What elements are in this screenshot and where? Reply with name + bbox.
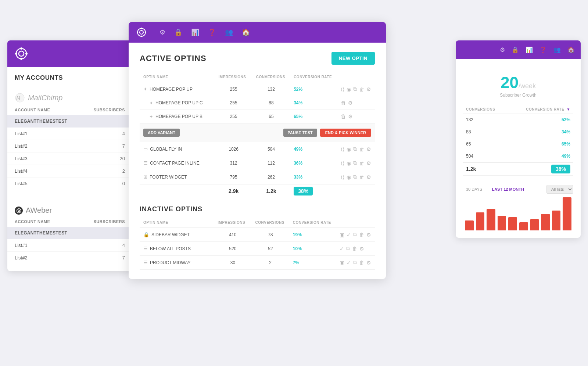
lock-icon[interactable]: 🔒 [174, 28, 182, 36]
optin-name-cell: ☰ BELOW ALL POSTS [140, 242, 214, 256]
home-icon[interactable]: 🏠 [242, 28, 250, 36]
flyin-icon: ▭ [143, 146, 148, 152]
aweber-section: ◎ AWeber ACCOUNT NAME SUBSCRIBERS ELEGAN… [7, 197, 132, 271]
share-icon[interactable]: ⟨⟩ [341, 174, 344, 180]
mailchimp-section: M MailChimp ACCOUNT NAME SUBSCRIBERS ELE… [7, 85, 132, 197]
settings-row-icon[interactable]: ⚙ [366, 146, 371, 152]
active-optins-table: OPTIN NAME IMPRESSIONS CONVERSIONS CONVE… [140, 72, 375, 198]
pause-test-button[interactable]: PAUSE TEST [283, 129, 317, 137]
impressions-cell: 1026 [215, 142, 252, 156]
list-count: 4 [122, 131, 125, 136]
delete-icon[interactable]: 🗑 [359, 174, 364, 180]
view-icon[interactable]: ◉ [347, 86, 351, 92]
right-settings-icon[interactable]: ⚙ [500, 46, 505, 53]
chart-bar [508, 217, 517, 230]
table-row: ☰ BELOW ALL POSTS 520 52 10% ✓ ⧉ 🗑 ⚙ [140, 242, 375, 256]
activate-icon[interactable]: ▣ [340, 260, 344, 266]
settings-row-icon[interactable]: ⚙ [348, 114, 353, 119]
chart-icon[interactable]: 📊 [191, 28, 199, 36]
settings-row-icon[interactable]: ⚙ [366, 86, 371, 92]
period-30-days[interactable]: 30 DAYS [463, 186, 485, 193]
settings-row-icon[interactable]: ⚙ [366, 160, 371, 166]
svg-point-0 [16, 49, 26, 59]
right-chart-icon[interactable]: 📊 [526, 46, 533, 53]
delete-icon[interactable]: 🗑 [352, 246, 357, 252]
check-icon[interactable]: ✓ [347, 232, 351, 238]
add-variant-button[interactable]: ADD VARIANT [143, 129, 180, 137]
col-header-impressions: IMPRESSIONS [215, 72, 252, 82]
right-help-icon[interactable]: ❓ [539, 46, 547, 53]
delete-icon[interactable]: 🗑 [359, 160, 364, 166]
list-name: List#1 [15, 131, 28, 136]
view-icon[interactable]: ◉ [347, 174, 351, 180]
right-totals-row: 1.2k 38% [463, 162, 573, 176]
settings-row-icon[interactable]: ⚙ [359, 246, 364, 252]
svg-point-13 [145, 32, 146, 33]
settings-row-icon[interactable]: ⚙ [366, 232, 371, 238]
split-actions-cell: ADD VARIANT PAUSE TEST END & PICK WINNER [140, 123, 375, 142]
settings-row-icon[interactable]: ⚙ [348, 100, 353, 106]
table-row: ☰ PRODUCT MIDWAY 30 2 7% ▣ ✓ ⧉ 🗑 ⚙ [140, 256, 375, 270]
list-filter-select[interactable]: All lists [546, 185, 573, 194]
conversions-cell: 2 [251, 256, 289, 270]
rate-cell: 34% [290, 96, 337, 110]
total-conversions: 1.2k [252, 184, 290, 198]
delete-icon[interactable]: 🗑 [359, 146, 364, 152]
rate-cell: 19% [289, 228, 336, 242]
svg-point-3 [20, 58, 22, 60]
inactive-optins-table: OPTIN NAME IMPRESSIONS CONVERSIONS CONVE… [140, 218, 375, 270]
delete-icon[interactable]: 🗑 [359, 86, 364, 92]
chart-bar [541, 214, 550, 230]
settings-row-icon[interactable]: ⚙ [366, 174, 371, 180]
settings-row-icon[interactable]: ⚙ [366, 260, 371, 266]
view-icon[interactable]: ◉ [347, 146, 351, 152]
chart-container [463, 194, 573, 230]
left-panel: MY ACCOUNTS M MailChimp ACCOUNT NAME SUB… [7, 40, 132, 271]
delete-icon[interactable]: 🗑 [359, 260, 364, 266]
right-lock-icon[interactable]: 🔒 [512, 46, 519, 53]
totals-label [140, 184, 215, 198]
chart-bar [530, 219, 539, 231]
check-icon[interactable]: ✓ [347, 260, 351, 266]
right-users-icon[interactable]: 👥 [553, 46, 561, 53]
list-item: List#5 0 [7, 177, 132, 190]
active-optins-title: ACTIVE OPTINS [140, 54, 207, 63]
new-optin-button[interactable]: NEW OPTIN [331, 52, 375, 65]
list-name: List#5 [15, 181, 28, 186]
active-optins-header: ACTIVE OPTINS NEW OPTIN [140, 52, 375, 65]
copy-icon[interactable]: ⧉ [353, 259, 357, 266]
period-12-months[interactable]: LAST 12 MONTH [489, 186, 527, 193]
activate-icon[interactable]: ▣ [340, 232, 344, 238]
share-icon[interactable]: ⟨⟩ [341, 146, 344, 152]
conversions-cell: 112 [252, 156, 290, 170]
share-icon[interactable]: ⟨⟩ [341, 160, 344, 166]
middle-content: ACTIVE OPTINS NEW OPTIN OPTIN NAME IMPRE… [129, 43, 386, 279]
delete-icon[interactable]: 🗑 [341, 100, 346, 106]
chart-bar [563, 197, 571, 230]
copy-icon[interactable]: ⧉ [346, 245, 350, 252]
copy-icon[interactable]: ⧉ [353, 174, 357, 180]
help-icon[interactable]: ❓ [208, 28, 216, 36]
left-panel-title: MY ACCOUNTS [7, 67, 132, 85]
delete-icon[interactable]: 🗑 [359, 232, 364, 238]
totals-row: 2.9k 1.2k 38% [140, 184, 375, 198]
table-row: ✦ HOMEPAGE POP UP 255 132 52% ⟨⟩ ◉ ⧉ 🗑 [140, 82, 375, 96]
share-icon[interactable]: ⟨⟩ [341, 86, 344, 92]
table-row: 132 52% [463, 114, 573, 126]
chart-bar [476, 212, 485, 231]
copy-icon[interactable]: ⧉ [353, 232, 357, 238]
impressions-cell: 30 [214, 256, 251, 270]
svg-point-4 [15, 53, 17, 55]
check-icon[interactable]: ✓ [340, 246, 344, 252]
view-icon[interactable]: ◉ [347, 160, 351, 166]
users-icon[interactable]: 👥 [225, 28, 233, 36]
copy-icon[interactable]: ⧉ [353, 86, 357, 92]
copy-icon[interactable]: ⧉ [353, 160, 357, 166]
mailchimp-label: MailChimp [28, 94, 62, 102]
end-pick-winner-button[interactable]: END & PICK WINNER [320, 129, 371, 137]
delete-icon[interactable]: 🗑 [341, 114, 346, 119]
right-home-icon[interactable]: 🏠 [567, 46, 575, 53]
growth-label: Subscriber Growth [463, 93, 573, 98]
settings-icon[interactable]: ⚙ [159, 28, 165, 36]
copy-icon[interactable]: ⧉ [353, 146, 357, 152]
